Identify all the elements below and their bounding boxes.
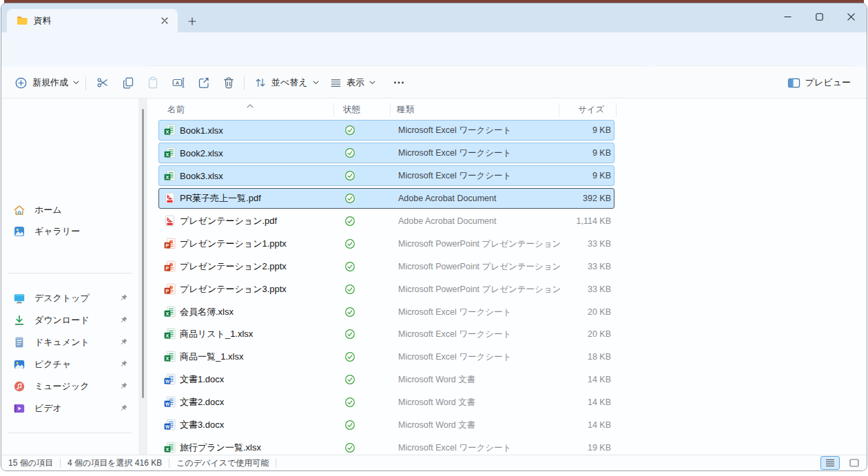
svg-text:X: X (166, 446, 169, 453)
sidebar-item-home[interactable]: ホーム (6, 199, 135, 220)
minimize-button[interactable] (772, 3, 803, 30)
pin-icon (119, 315, 131, 324)
word-file-icon: W (164, 396, 176, 408)
pin-icon (119, 293, 131, 302)
table-row[interactable]: X旅行プラン一覧.xlsxMicrosoft Excel ワークシート19 KB (147, 436, 867, 455)
delete-button[interactable] (217, 71, 240, 94)
column-header-name[interactable]: 名前 (167, 104, 185, 116)
plus-circle-icon (14, 76, 28, 90)
file-name: プレゼンテーション.pdf (180, 215, 277, 227)
cut-button[interactable] (91, 71, 114, 94)
column-header-size[interactable]: サイズ (578, 104, 604, 116)
file-type: Microsoft Excel ワークシート (398, 329, 511, 340)
music-icon (12, 380, 26, 393)
file-size: 20 KB (528, 329, 611, 339)
table-row[interactable]: W文書2.docxMicrosoft Word 文書14 KB (147, 391, 867, 414)
excel-file-icon: X (164, 124, 176, 136)
tab-close-icon[interactable] (157, 13, 172, 28)
chevron-down-icon (369, 81, 375, 85)
file-name: Book1.xlsx (180, 125, 223, 136)
sidebar-item-gallery[interactable]: ギャラリー (6, 220, 135, 242)
sort-button[interactable]: 並べ替え (248, 71, 325, 94)
large-icons-view-button[interactable] (845, 456, 864, 470)
file-list-pane: 名前 状態 種類 サイズ XBook1.xlsxMicrosoft Excel … (147, 99, 867, 455)
status-bar: 15 個の項目 4 個の項目を選択 416 KB このデバイスで使用可能 (1, 455, 867, 470)
file-name: 文書3.docx (180, 419, 224, 431)
view-toggles (820, 456, 864, 470)
svg-text:A: A (176, 80, 179, 86)
table-row[interactable]: XBook1.xlsxMicrosoft Excel ワークシート9 KB (147, 119, 867, 142)
column-header-status[interactable]: 状態 (343, 104, 360, 116)
table-row[interactable]: Pプレゼンテーション2.pptxMicrosoft PowerPoint プレゼ… (147, 255, 867, 278)
more-options-button[interactable] (387, 71, 411, 94)
new-button[interactable]: 新規作成 (8, 71, 85, 94)
close-button[interactable] (835, 3, 867, 30)
excel-file-icon: X (164, 306, 176, 318)
sidebar-item-document[interactable]: ドキュメント (6, 331, 135, 353)
table-row[interactable]: Pプレゼンテーション1.pptxMicrosoft PowerPoint プレゼ… (147, 232, 867, 255)
file-type: Microsoft Excel ワークシート (398, 306, 511, 318)
preview-button[interactable]: プレビュー (781, 71, 857, 94)
sync-status-check-icon (344, 307, 355, 318)
details-view-button[interactable] (820, 456, 840, 470)
explorer-tab[interactable]: 資料 (7, 9, 178, 32)
sidebar-item-desktop[interactable]: デスクトップ (6, 287, 135, 309)
file-size: 19 KB (528, 443, 611, 453)
svg-text:W: W (165, 379, 170, 384)
file-size: 9 KB (528, 125, 611, 135)
ppt-file-icon: P (164, 238, 176, 250)
table-row[interactable]: PR菓子売上一覧.pdfAdobe Acrobat Document392 KB (147, 187, 867, 210)
excel-file-icon: X (164, 147, 176, 159)
file-size: 14 KB (528, 397, 611, 407)
table-row[interactable]: XBook3.xlsxMicrosoft Excel ワークシート9 KB (147, 165, 867, 187)
file-size: 20 KB (528, 307, 611, 317)
sidebar-separator (8, 433, 132, 433)
table-row[interactable]: W文書1.docxMicrosoft Word 文書14 KB (147, 369, 867, 391)
sidebar-item-music[interactable]: ミュージック (6, 375, 135, 397)
address-bar: OneDrive ドキュメント 資料 資料の検索 (1, 32, 867, 66)
table-row[interactable]: XBook2.xlsxMicrosoft Excel ワークシート9 KB (147, 142, 867, 165)
file-name: 旅行プラン一覧.xlsx (180, 442, 261, 454)
file-size: 14 KB (528, 375, 611, 384)
preview-pane-icon (787, 77, 800, 89)
folder-icon (17, 16, 28, 25)
sidebar-scrollbar[interactable] (138, 99, 147, 455)
word-file-icon: W (164, 373, 176, 386)
maximize-button[interactable] (803, 3, 835, 30)
table-row[interactable]: X商品一覧_1.xlsxMicrosoft Excel ワークシート18 KB (147, 346, 867, 369)
copy-button[interactable] (116, 71, 140, 94)
column-header-type[interactable]: 種類 (397, 104, 414, 116)
rename-button[interactable]: A (167, 71, 190, 94)
file-name: プレゼンテーション1.pptx (180, 238, 287, 250)
sidebar-item-download[interactable]: ダウンロード (6, 309, 135, 331)
sync-status-check-icon (344, 170, 355, 181)
preview-button-label: プレビュー (805, 76, 851, 89)
svg-text:X: X (166, 333, 169, 339)
sidebar-item-pictures[interactable]: ピクチャ (6, 353, 135, 375)
sidebar-scrollbar-thumb[interactable] (142, 109, 144, 398)
sidebar-item-label: ダウンロード (34, 314, 119, 327)
table-row[interactable]: プレゼンテーション.pdfAdobe Acrobat Document1,114… (147, 210, 867, 233)
new-tab-button[interactable] (183, 13, 201, 30)
sidebar-item-label: ビデオ (34, 402, 119, 415)
paste-button[interactable] (141, 71, 165, 94)
sync-status-check-icon (344, 397, 355, 408)
sidebar-item-video[interactable]: ビデオ (6, 397, 135, 419)
file-name: 商品リスト_1.xlsx (180, 328, 253, 340)
table-row[interactable]: Pプレゼンテーション3.pptxMicrosoft PowerPoint プレゼ… (147, 278, 867, 300)
sort-ascending-icon (247, 99, 254, 111)
gallery-icon (12, 225, 26, 238)
sidebar-item-label: ドキュメント (34, 336, 119, 349)
sidebar-item-label: ピクチャ (34, 358, 119, 371)
sync-status-check-icon (344, 351, 355, 362)
sync-status-check-icon (344, 374, 355, 385)
table-row[interactable]: W文書3.docxMicrosoft Word 文書14 KB (147, 414, 867, 437)
pin-icon (119, 404, 131, 413)
table-row[interactable]: X会員名簿.xlsxMicrosoft Excel ワークシート20 KB (147, 300, 867, 323)
view-button[interactable]: 表示 (324, 71, 382, 94)
svg-text:X: X (166, 174, 169, 180)
share-button[interactable] (192, 71, 216, 94)
table-row[interactable]: X商品リスト_1.xlsxMicrosoft Excel ワークシート20 KB (147, 323, 867, 346)
titlebar: 資料 (1, 3, 867, 32)
video-icon (12, 402, 26, 415)
